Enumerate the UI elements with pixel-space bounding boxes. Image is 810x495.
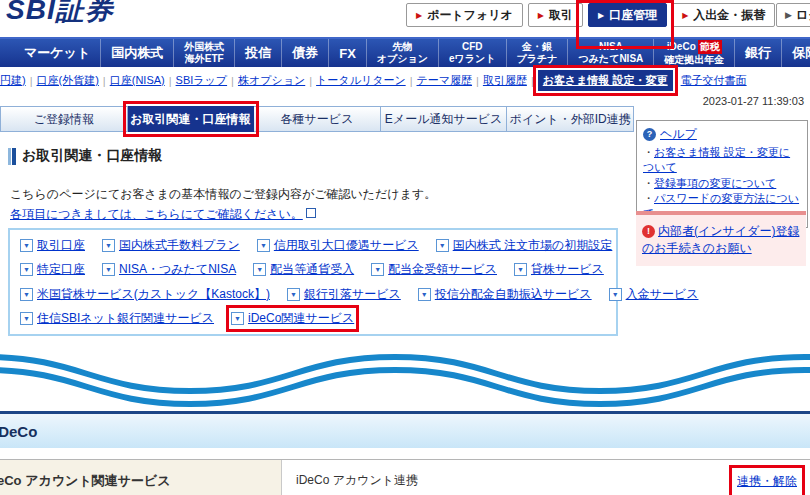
page-heading: お取引関連・口座情報 [8, 147, 162, 165]
ideco-panel: iDeCo アカウント連携 [282, 460, 810, 495]
separator: | [476, 75, 479, 87]
heading-bar-icon [8, 148, 16, 165]
separator: | [169, 75, 172, 87]
link-margin-preferential[interactable]: ▼信用取引大口優遇サービス [257, 237, 419, 254]
trade-button[interactable]: ▶ 取引 [528, 3, 583, 27]
nav-label: CFD [462, 41, 483, 53]
link-label[interactable]: iDeCo関連サービス [248, 310, 354, 327]
separator: | [231, 75, 234, 87]
tab-trading-account-info[interactable]: お取引関連・口座情報 [128, 106, 255, 132]
tab-registered-info[interactable]: ご登録情報 [0, 106, 128, 132]
link-label[interactable]: 取引口座 [37, 237, 85, 254]
link-order-market-default[interactable]: ▼国内株式 注文市場の初期設定 [436, 237, 613, 254]
link-label[interactable]: 投信分配金自動振込サービス [435, 286, 592, 303]
nav-label: 投信 [245, 44, 271, 62]
white-arrow-icon: ▶ [598, 11, 604, 20]
insider-notice-box: ! 内部者(インサイダー)登録のお手続きのお願い [636, 211, 806, 266]
nav-item-insurance[interactable]: 保険 [781, 39, 810, 67]
account-management-button[interactable]: ▶ 口座管理 [588, 3, 667, 27]
link-trading-account[interactable]: ▼取引口座 [20, 237, 85, 254]
subnav-trade-history[interactable]: 取引履歴 [483, 73, 527, 88]
link-nisa-tsumitate[interactable]: ▼NISA・つみたてNISA [102, 261, 236, 278]
subnav-stock-options[interactable]: 株オプション [238, 73, 305, 88]
links-row-4: ▼住信SBIネット銀行関連サービス ▼iDeCo関連サービス [20, 310, 606, 327]
link-label[interactable]: 国内株式 注文市場の初期設定 [453, 237, 613, 254]
nav-item-domestic-stock[interactable]: 国内株式 [100, 39, 173, 67]
link-stock-lending[interactable]: ▼貸株サービス [514, 261, 604, 278]
tab-various-services[interactable]: 各種サービス [254, 106, 381, 132]
down-arrow-icon: ▼ [102, 263, 115, 276]
help-item-customer-info[interactable]: お客さま情報 設定・変更について [643, 146, 790, 173]
link-deposit-service[interactable]: ▼入金サービス [609, 286, 699, 303]
nav-item-market[interactable]: マーケット [14, 39, 100, 67]
link-ideco-services[interactable]: ▼iDeCo関連サービス [231, 310, 354, 327]
link-dividend-currency[interactable]: ▼配当等通貨受入 [253, 261, 354, 278]
nav-label: 銀行 [745, 44, 771, 62]
nav-item-cfd-warrant[interactable]: CFD eワラント [438, 39, 506, 67]
subnav-yen-account[interactable]: 円建) [0, 73, 26, 88]
nav-label: 保険 [792, 44, 810, 62]
nav-item-gold-platinum[interactable]: 金・銀 プラチナ [506, 39, 568, 67]
nav-item-foreign-stock[interactable]: 外国株式 海外ETF [173, 39, 234, 67]
subnav-total-return[interactable]: トータルリターン [316, 73, 406, 88]
subnav-foreign-currency-account[interactable]: 口座(外貨建) [37, 73, 99, 88]
subnav-electronic-documents[interactable]: 電子交付書面 [681, 73, 747, 88]
help-link[interactable]: ヘルプ [660, 126, 697, 143]
link-us-stock-lending[interactable]: ▼米国貸株サービス(カストック【Kastock】) [20, 286, 270, 303]
link-bank-debit[interactable]: ▼銀行引落サービス [287, 286, 401, 303]
portfolio-button[interactable]: ▶ ポートフォリオ [406, 3, 523, 27]
link-label[interactable]: 入金サービス [626, 286, 699, 303]
detail-link[interactable]: 各項目につきましては、こちらにてご確認ください。 [10, 207, 303, 221]
ideco-section-title: iDeCo [0, 423, 37, 440]
settings-tab-bar: ご登録情報 お取引関連・口座情報 各種サービス Eメール通知サービス ポイント・… [0, 106, 634, 132]
tab-point-external-id[interactable]: ポイント・外部ID連携 [507, 106, 634, 132]
nav-item-funds[interactable]: 投信 [234, 39, 281, 67]
link-sbi-net-bank[interactable]: ▼住信SBIネット銀行関連サービス [20, 310, 214, 327]
logout-button[interactable]: ▶ ログアウト [776, 3, 810, 27]
link-label[interactable]: 貸株サービス [531, 261, 604, 278]
tab-email-notification[interactable]: Eメール通知サービス [381, 106, 508, 132]
ideco-link-unlink-action[interactable]: 連携・解除 [737, 473, 797, 490]
down-arrow-icon: ▼ [20, 312, 33, 325]
link-label[interactable]: 住信SBIネット銀行関連サービス [37, 310, 214, 327]
link-label[interactable]: 配当金受領サービス [388, 261, 497, 278]
nav-label: 先物 [392, 41, 412, 53]
sbi-logo[interactable]: SBI証券 [6, 0, 114, 29]
link-label[interactable]: 国内株式手数料プラン [119, 237, 240, 254]
help-title-row: ? ヘルプ [643, 126, 801, 143]
subnav-theme-history[interactable]: テーマ履歴 [417, 73, 473, 88]
down-arrow-icon: ▼ [436, 239, 449, 252]
nav-item-nisa[interactable]: NISA つみたてNISA [567, 39, 653, 67]
link-label[interactable]: 信用取引大口優遇サービス [274, 237, 419, 254]
down-arrow-icon: ▼ [418, 288, 431, 301]
link-label[interactable]: 米国貸株サービス(カストック【Kastock】) [37, 286, 270, 303]
nav-label: 国内株式 [111, 44, 163, 62]
nav-item-fx[interactable]: FX [328, 39, 366, 67]
link-label[interactable]: NISA・つみたてNISA [119, 261, 236, 278]
link-label[interactable]: 銀行引落サービス [304, 286, 401, 303]
intro-block: こちらのページにてお客さまの基本情報のご登録内容がご確認いただけます。 各項目に… [10, 184, 436, 225]
account-links-box: ▼取引口座 ▼国内株式手数料プラン ▼信用取引大口優遇サービス ▼国内株式 注文… [8, 228, 618, 336]
nav-item-bonds[interactable]: 債券 [281, 39, 328, 67]
help-item-registration-change[interactable]: 登録事項の変更について [654, 177, 776, 189]
subnav-customer-info-settings[interactable]: お客さま情報 設定・変更 [538, 70, 673, 91]
link-dividend-receipt[interactable]: ▼配当金受領サービス [371, 261, 497, 278]
logout-button-label: ログアウト [796, 7, 810, 24]
ideco-table: iDeCo アカウント関連サービス iDeCo アカウント連携 [0, 459, 810, 495]
link-label[interactable]: 配当等通貨受入 [270, 261, 354, 278]
links-row-2: ▼特定口座 ▼NISA・つみたてNISA ▼配当等通貨受入 ▼配当金受領サービス… [20, 261, 606, 278]
nav-item-ideco[interactable]: iDeCo 節税 確定拠出年金 [653, 39, 734, 67]
deposit-transfer-button[interactable]: ▶ 入出金・振替 [672, 3, 775, 27]
nav-item-futures-options[interactable]: 先物 オプション [366, 39, 438, 67]
link-domestic-fee-plan[interactable]: ▼国内株式手数料プラン [102, 237, 240, 254]
separator: | [531, 75, 534, 87]
nav-sublabel: つみたてNISA [578, 53, 643, 65]
nav-item-bank[interactable]: 銀行 [734, 39, 781, 67]
link-fund-distribution-transfer[interactable]: ▼投信分配金自動振込サービス [418, 286, 592, 303]
insider-registration-link[interactable]: 内部者(インサイダー)登録のお手続きのお願い [642, 224, 799, 255]
link-label[interactable]: 特定口座 [37, 261, 85, 278]
subnav-sbi-wrap[interactable]: SBIラップ [176, 73, 228, 88]
down-arrow-icon: ▼ [231, 312, 244, 325]
link-specific-account[interactable]: ▼特定口座 [20, 261, 85, 278]
subnav-nisa-account[interactable]: 口座(NISA) [110, 73, 165, 88]
